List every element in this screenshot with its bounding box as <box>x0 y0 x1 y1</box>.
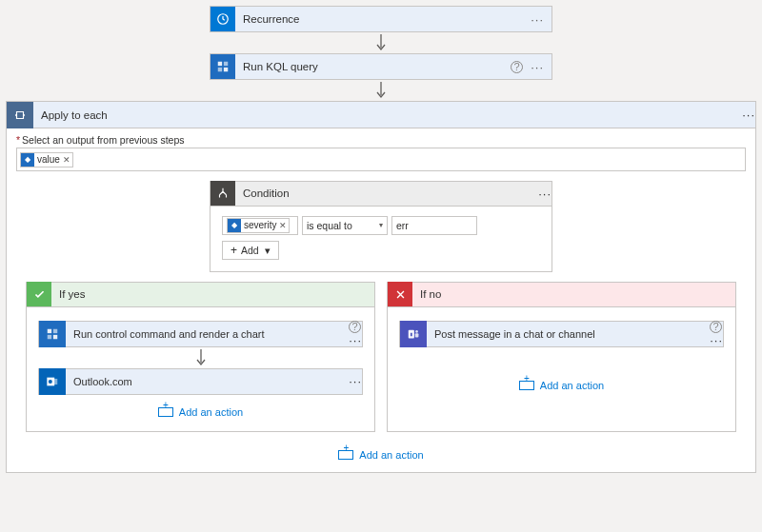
svg-point-13 <box>415 329 418 332</box>
more-icon[interactable]: ··· <box>349 333 362 347</box>
action-run-kql[interactable]: Run KQL query ? ··· <box>210 53 552 80</box>
branch-icon <box>211 181 235 206</box>
add-step-icon <box>338 450 353 460</box>
token-icon: ◆ <box>21 153 34 167</box>
branch-yes-label: If yes <box>51 288 92 300</box>
condition-card: Condition ··· ◆ severity ✕ is equal to ▾ <box>210 181 552 272</box>
more-icon[interactable]: ··· <box>349 374 362 388</box>
check-icon <box>27 282 51 306</box>
token-icon: ◆ <box>228 219 241 232</box>
svg-rect-7 <box>48 334 51 338</box>
svg-point-11 <box>49 379 52 383</box>
kql-label: Run KQL query <box>235 61 503 72</box>
teams-icon <box>400 321 427 347</box>
output-hint-label: Select an output from previous steps <box>16 134 746 146</box>
chevron-down-icon: ▾ <box>379 221 383 229</box>
foreach-container: Apply to each ··· Select an output from … <box>6 101 756 473</box>
action-teams-post[interactable]: Post message in a chat or channel ? ··· <box>399 321 724 347</box>
branch-no-label: If no <box>412 288 449 300</box>
svg-rect-14 <box>415 333 419 337</box>
svg-rect-8 <box>53 334 57 338</box>
output-token-field[interactable]: ◆ value ✕ <box>16 148 746 171</box>
help-icon[interactable]: ? <box>349 321 361 333</box>
add-action-button[interactable]: Add an action <box>519 380 604 391</box>
plus-icon: + <box>231 245 237 256</box>
trigger-recurrence[interactable]: Recurrence ··· <box>210 6 552 32</box>
foreach-header[interactable]: Apply to each ··· <box>7 102 755 128</box>
more-icon[interactable]: ··· <box>742 108 755 122</box>
svg-rect-2 <box>224 62 228 66</box>
connector-arrow <box>371 32 391 53</box>
kusto-icon <box>211 54 235 79</box>
svg-rect-6 <box>53 328 57 332</box>
kusto-icon <box>39 321 66 347</box>
more-icon[interactable]: ··· <box>538 187 551 201</box>
outlook-icon <box>39 368 66 395</box>
loop-icon <box>7 102 33 128</box>
action-run-control-command[interactable]: Run control command and render a chart ?… <box>38 321 363 347</box>
add-action-button[interactable]: Add an action <box>16 449 746 461</box>
branch-no-header[interactable]: If no <box>388 283 735 307</box>
add-action-button[interactable]: Add an action <box>158 406 243 418</box>
condition-operand-left[interactable]: ◆ severity ✕ <box>222 216 298 235</box>
connector-arrow <box>191 347 211 368</box>
branch-no: If no Post message in a chat or channel … <box>387 282 736 432</box>
svg-rect-4 <box>224 68 228 71</box>
action-outlook[interactable]: Outlook.com ··· <box>38 368 363 395</box>
token-remove-icon[interactable]: ✕ <box>63 155 70 165</box>
svg-rect-3 <box>218 68 222 71</box>
svg-rect-5 <box>48 328 51 332</box>
clock-icon <box>211 7 235 31</box>
token-severity[interactable]: ◆ severity ✕ <box>227 218 290 233</box>
condition-label: Condition <box>235 187 538 199</box>
branch-yes: If yes Run control command and render a … <box>26 282 375 432</box>
condition-header[interactable]: Condition ··· <box>211 182 551 207</box>
trigger-label: Recurrence <box>235 13 523 25</box>
add-step-icon <box>519 381 534 390</box>
close-icon <box>388 282 412 306</box>
svg-rect-1 <box>218 62 222 66</box>
branch-yes-header[interactable]: If yes <box>27 283 374 307</box>
token-remove-icon[interactable]: ✕ <box>279 221 287 230</box>
help-icon[interactable]: ? <box>511 61 523 73</box>
add-condition-button[interactable]: + Add ▾ <box>222 241 279 260</box>
svg-rect-10 <box>52 378 57 384</box>
help-icon[interactable]: ? <box>710 321 722 333</box>
condition-value-input[interactable]: err <box>391 216 477 235</box>
token-value[interactable]: ◆ value ✕ <box>20 152 73 167</box>
add-step-icon <box>158 407 173 417</box>
foreach-label: Apply to each <box>33 109 742 121</box>
more-icon[interactable]: ··· <box>710 333 723 347</box>
connector-arrow <box>371 80 391 101</box>
more-icon[interactable]: ··· <box>531 12 544 27</box>
condition-operator-select[interactable]: is equal to ▾ <box>302 216 388 235</box>
more-icon[interactable]: ··· <box>531 60 544 74</box>
chevron-down-icon: ▾ <box>265 245 271 256</box>
